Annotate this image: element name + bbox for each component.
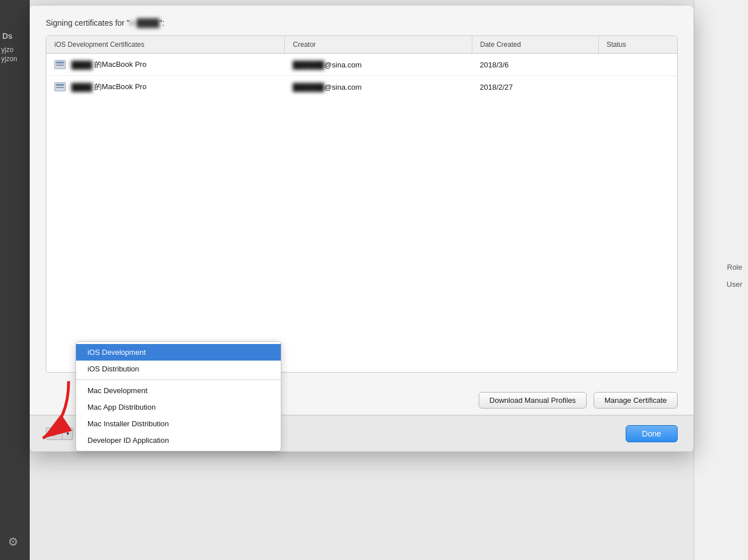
table-row[interactable]: ████ 的MacBook Pro ██████@sina.com 2018/2… bbox=[46, 76, 677, 98]
cert-creator-cell: ██████@sina.com bbox=[285, 54, 472, 76]
dropdown-item-ios-distribution[interactable]: iOS Distribution bbox=[76, 361, 281, 377]
dialog-title-name: n-████ bbox=[130, 18, 160, 27]
cert-name-cell: ████ 的MacBook Pro bbox=[46, 76, 285, 98]
sidebar-text-yjzo: yjzo bbox=[1, 46, 13, 54]
cert-icon bbox=[54, 60, 66, 69]
cert-date-cell: 2018/2/27 bbox=[472, 76, 598, 98]
dropdown-item-developer-id-application[interactable]: Developer ID Application bbox=[76, 432, 281, 449]
table-header-row: iOS Development Certificates Creator Dat… bbox=[46, 36, 677, 54]
arrow-annotation bbox=[31, 375, 77, 446]
dropdown-item-mac-installer-distribution[interactable]: Mac Installer Distribution bbox=[76, 415, 281, 432]
cert-name-suffix: 的MacBook Pro bbox=[94, 82, 146, 91]
dialog-title-prefix: Signing certificates for " bbox=[46, 18, 130, 27]
gear-icon[interactable]: ⚙ bbox=[8, 535, 18, 549]
right-panel-user: User bbox=[727, 280, 742, 289]
dropdown-item-mac-app-distribution[interactable]: Mac App Distribution bbox=[76, 399, 281, 415]
manage-certificate-button[interactable]: Manage Certificate bbox=[594, 392, 678, 409]
cert-icon bbox=[54, 82, 66, 91]
right-panel-role: Role bbox=[727, 263, 742, 271]
col-header-date-created: Date Created bbox=[472, 36, 598, 54]
cert-name: ████ bbox=[71, 61, 93, 69]
table-row[interactable]: ████ 的MacBook Pro ██████@sina.com 2018/3… bbox=[46, 54, 677, 76]
done-button[interactable]: Done bbox=[626, 425, 678, 442]
right-panel: Role User bbox=[694, 0, 748, 560]
dropdown-item-ios-development[interactable]: iOS Development bbox=[76, 344, 281, 361]
add-dropdown-menu: iOS Development iOS Distribution Mac Dev… bbox=[75, 341, 281, 451]
arrow-svg bbox=[31, 375, 77, 444]
sidebar-text-yjzon: yjzon bbox=[1, 55, 17, 63]
certificates-table: iOS Development Certificates Creator Dat… bbox=[46, 36, 677, 98]
dialog-title-suffix: ": bbox=[160, 18, 165, 27]
download-manual-profiles-button[interactable]: Download Manual Profiles bbox=[479, 392, 587, 409]
dialog-title: Signing certificates for "n-████": bbox=[30, 6, 694, 35]
cert-status-cell bbox=[598, 54, 677, 76]
signing-certificates-dialog: Signing certificates for "n-████": iOS D… bbox=[30, 6, 694, 451]
col-header-creator: Creator bbox=[285, 36, 472, 54]
col-header-status: Status bbox=[598, 36, 677, 54]
bottom-action-buttons: Download Manual Profiles Manage Certific… bbox=[479, 392, 678, 409]
cert-status-cell bbox=[598, 76, 677, 98]
dropdown-separator bbox=[76, 379, 281, 380]
cert-name-suffix: 的MacBook Pro bbox=[94, 60, 146, 69]
cert-date-cell: 2018/3/6 bbox=[472, 54, 598, 76]
certificates-table-container: iOS Development Certificates Creator Dat… bbox=[46, 35, 678, 373]
sidebar-text-ds: Ds bbox=[2, 31, 13, 41]
cert-name: ████ bbox=[71, 83, 93, 91]
sidebar: Ds yjzo yjzon bbox=[0, 0, 30, 560]
dropdown-item-mac-development[interactable]: Mac Development bbox=[76, 382, 281, 399]
col-header-certificates: iOS Development Certificates bbox=[46, 36, 285, 54]
cert-creator-cell: ██████@sina.com bbox=[285, 76, 472, 98]
cert-name-cell: ████ 的MacBook Pro bbox=[46, 54, 285, 76]
